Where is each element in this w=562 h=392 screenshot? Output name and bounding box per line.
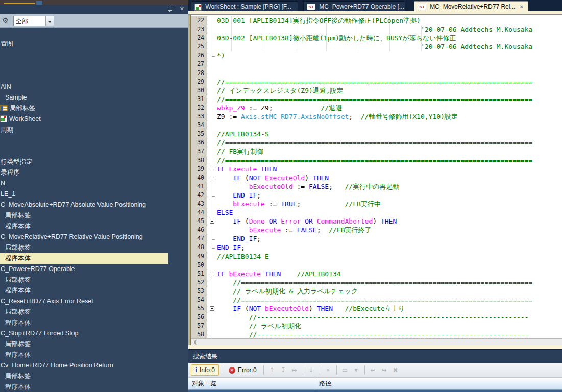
window-caret-icon[interactable]: ▾ xyxy=(352,366,361,374)
line-number: 45 xyxy=(191,217,208,226)
fold-column xyxy=(208,182,216,191)
tree-item-label: 置图 xyxy=(1,40,13,47)
jump-prev-icon[interactable]: ↩ xyxy=(369,366,378,374)
fold-toggle[interactable] xyxy=(208,304,216,313)
tree-item[interactable]: 周期 xyxy=(0,125,13,135)
document-tab[interactable]: ST MC_MoveRelative+RD77 Rel...✕ xyxy=(414,1,528,11)
tree-item-label: 局部标签 xyxy=(5,340,31,348)
collapse-icon[interactable] xyxy=(210,219,214,224)
tree-item[interactable]: 程序本体 xyxy=(0,382,31,392)
line-number: 43 xyxy=(191,200,208,208)
dropdown-arrow-button[interactable]: ▼ xyxy=(45,16,54,26)
tree-item-label: 程序本体 xyxy=(5,255,31,262)
tree-item[interactable]: 录程序 xyxy=(0,167,20,178)
tree-item[interactable]: N xyxy=(0,178,5,189)
line-number: 26 xyxy=(191,51,208,60)
move-first-icon[interactable]: ↥ xyxy=(267,366,277,374)
line-number: 24 xyxy=(191,34,208,42)
tree-item[interactable]: LE_1 xyxy=(0,189,15,200)
st-code-editor[interactable]: 2203D-001 [APLIB0134]実行指令OFF後の動作修正(PLCop… xyxy=(188,15,562,345)
gear-icon[interactable]: ⚙ xyxy=(2,16,9,24)
tree-item[interactable]: 局部标签 xyxy=(0,339,31,350)
collapse-icon[interactable] xyxy=(210,176,214,180)
fold-column xyxy=(208,200,216,208)
tree-item-label: 局部标签 xyxy=(5,373,31,380)
fold-toggle[interactable] xyxy=(208,270,216,278)
tree-item[interactable]: Sample xyxy=(0,92,27,103)
window-icon[interactable]: ▭ xyxy=(340,366,350,374)
document-tab[interactable]: WorkSheet : Sample [PRG] [F... xyxy=(191,1,298,11)
tree-item[interactable]: WorkSheet xyxy=(0,114,41,125)
fold-column xyxy=(208,156,216,165)
fold-toggle[interactable] xyxy=(208,165,216,174)
info-filter-button[interactable]: i Info:0 xyxy=(191,364,219,376)
pin-icon[interactable] xyxy=(167,7,172,12)
line-number: 50 xyxy=(191,261,208,270)
tree-item[interactable]: 局部标签 xyxy=(0,210,31,221)
code-line: 43 bExecute := TRUE; //FB実行中 xyxy=(191,200,562,208)
tree-item[interactable]: 程序本体 xyxy=(0,350,31,360)
tab-close-icon[interactable]: ✕ xyxy=(519,4,523,10)
tree-item[interactable]: 程序本体 xyxy=(0,221,31,232)
code-line: 54 //===================================… xyxy=(191,296,562,304)
tree-item-label: C_Reset+RD77 Axis Error Reset xyxy=(1,298,93,305)
tree-item[interactable]: AIN xyxy=(0,82,11,92)
jump-next-icon[interactable]: ↪ xyxy=(380,366,389,374)
tree-item[interactable]: 行类型指定 xyxy=(0,157,33,167)
fold-toggle[interactable] xyxy=(208,174,216,182)
search-results-panel: 搜索结果 i Info:0 ✕ Error:0 ↥↧↦⇟⌖▭▾↩↪✖ 对象一览 … xyxy=(188,349,562,392)
tree-item[interactable]: Cv_Home+RD77 Home Position Return xyxy=(0,360,113,371)
collapse-icon[interactable] xyxy=(210,167,214,172)
move-next-icon[interactable]: ↦ xyxy=(290,366,299,374)
tree-item[interactable]: C_Power+RD77 Operable xyxy=(0,264,75,275)
fold-column xyxy=(208,104,216,112)
move-prev-icon[interactable]: ↧ xyxy=(279,366,288,374)
line-number: 23 xyxy=(191,25,208,34)
code-line: 2203D-001 [APLIB0134]実行指令OFF後の動作修正(PLCop… xyxy=(191,16,562,25)
tree-item-label: Cv_Home+RD77 Home Position Return xyxy=(1,362,113,369)
line-number: 34 xyxy=(191,121,208,130)
tree-item-label: 局部标签 xyxy=(5,244,31,251)
tree-item[interactable]: 局部标签 xyxy=(0,371,31,382)
scroll-left-icon[interactable]: ❮ xyxy=(192,339,199,345)
tree-item[interactable]: C_Stop+RD77 Forced Stop xyxy=(0,328,79,339)
fold-toggle[interactable] xyxy=(208,217,216,226)
toolbar-separator xyxy=(11,16,11,26)
horizontal-scrollbar[interactable]: ❮ xyxy=(191,338,562,345)
error-filter-button[interactable]: ✕ Error:0 xyxy=(225,364,261,376)
move-last-icon[interactable]: ⇟ xyxy=(307,366,316,374)
code-line: 52 //===================================… xyxy=(191,278,562,287)
tree-item[interactable]: 程序本体 xyxy=(0,285,31,296)
tree-item-label: 程序本体 xyxy=(5,351,31,358)
tree-item[interactable]: 局部标签 xyxy=(0,275,31,285)
tree-item[interactable]: 局部标签 xyxy=(0,307,31,317)
tree-item[interactable]: 置图 xyxy=(0,39,13,50)
code-text xyxy=(216,121,217,130)
column-path[interactable]: 路径 xyxy=(315,378,331,389)
column-object-list[interactable]: 对象一览 xyxy=(188,378,315,389)
tree-item-label: 行类型指定 xyxy=(1,158,33,165)
code-line: 31//====================================… xyxy=(191,95,562,104)
line-number: 52 xyxy=(191,278,208,287)
tree-item[interactable]: 局部标签 xyxy=(0,242,31,253)
tree-item[interactable]: 程序本体 xyxy=(0,317,31,328)
close-icon[interactable]: ✕ xyxy=(180,6,184,12)
code-line: 55 IF (NOT bExecuteOld) THEN //bExecute立… xyxy=(191,304,562,313)
collapse-icon[interactable] xyxy=(210,306,214,311)
tree-item[interactable]: 局部标签 xyxy=(0,103,35,114)
collapse-icon[interactable] xyxy=(210,272,214,276)
line-number: 38 xyxy=(191,156,208,165)
tree-item[interactable]: C_MoveRelative+RD77 Relative Value Posit… xyxy=(0,232,143,242)
fold-column xyxy=(208,208,216,217)
info-count: Info:0 xyxy=(200,366,215,374)
clear-results-icon[interactable]: ✖ xyxy=(391,366,400,374)
tree-item[interactable]: 程序本体 xyxy=(0,253,168,264)
filter-dropdown[interactable]: 全部 ▼ xyxy=(13,16,54,26)
document-tab[interactable]: ST MC_Power+RD77 Operable [... xyxy=(303,1,405,11)
tree-item[interactable]: C_MoveAbsolute+RD77 Absolute Value Posit… xyxy=(0,200,146,210)
fold-column xyxy=(208,278,216,287)
code-line: 35//APLIB0134-S xyxy=(191,130,562,138)
code-text xyxy=(216,69,217,78)
tree-item[interactable]: C_Reset+RD77 Axis Error Reset xyxy=(0,296,93,307)
find-icon[interactable]: ⌖ xyxy=(324,366,333,374)
